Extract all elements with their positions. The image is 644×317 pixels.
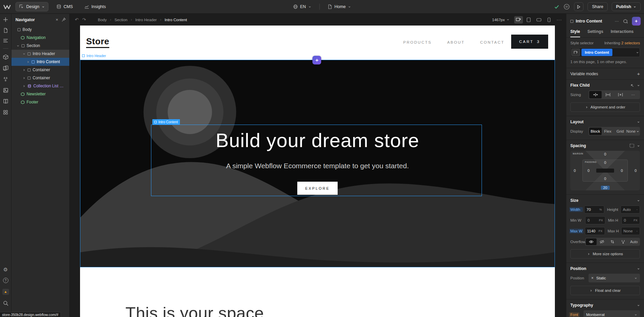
tab-settings[interactable]: Settings bbox=[588, 28, 603, 37]
tree-item-newsletter[interactable]: Newsletter bbox=[11, 90, 69, 98]
padding-bottom-value[interactable]: 0 bbox=[604, 177, 606, 181]
design-mode-button[interactable]: Design bbox=[15, 2, 48, 11]
more-size-options-expander[interactable]: More size options bbox=[570, 249, 640, 259]
tree-item-navigation[interactable]: Navigation bbox=[11, 34, 69, 42]
intro-content-label[interactable]: Intro Content bbox=[152, 119, 180, 125]
comments-icon[interactable] bbox=[563, 3, 570, 10]
search-icon[interactable] bbox=[3, 301, 8, 306]
hero-subtitle[interactable]: A simple Webflow Ecommerce template to g… bbox=[80, 162, 555, 170]
font-dropdown[interactable]: Montserrat bbox=[583, 310, 640, 317]
apps-grid-icon[interactable] bbox=[3, 110, 8, 115]
alignment-and-order-expander[interactable]: Alignment and order bbox=[570, 102, 640, 112]
sizing-more-icon[interactable]: ··· bbox=[627, 91, 639, 98]
style-selector-input[interactable]: Intro Content bbox=[570, 48, 640, 57]
tree-item-section[interactable]: Section bbox=[11, 42, 69, 50]
collapse-section-icon[interactable] bbox=[637, 267, 640, 270]
chevron-right-icon[interactable] bbox=[22, 85, 26, 88]
class-pill[interactable]: Intro Content bbox=[581, 49, 612, 56]
min-width-input[interactable] bbox=[588, 218, 598, 222]
navigator-panel-icon[interactable] bbox=[3, 39, 8, 43]
sizing-shrink-icon[interactable] bbox=[589, 91, 602, 98]
pin-panel-icon[interactable] bbox=[62, 17, 66, 22]
select-parent-icon[interactable] bbox=[630, 83, 634, 88]
overflow-scroll-crop-icon[interactable] bbox=[607, 238, 618, 245]
clear-icon[interactable]: × bbox=[591, 276, 594, 280]
canvas-more-icon[interactable]: ··· bbox=[557, 17, 562, 22]
insights-button[interactable]: Insights bbox=[81, 2, 109, 11]
cart-button[interactable]: CART 3 bbox=[511, 35, 548, 49]
undo-icon[interactable]: ↶ bbox=[74, 17, 80, 22]
inheriting-note[interactable]: Inheriting 2 selectors bbox=[604, 41, 640, 45]
sizing-grow-icon[interactable] bbox=[602, 91, 614, 98]
breadcrumb-body[interactable]: Body bbox=[96, 18, 109, 22]
share-button[interactable]: Share bbox=[588, 2, 607, 11]
breadcrumb-intro-content[interactable]: Intro Content bbox=[163, 18, 189, 22]
display-grid-option[interactable]: Grid bbox=[614, 128, 627, 135]
margin-bottom-value[interactable]: 20 bbox=[601, 186, 609, 190]
margin-right-value[interactable]: 0 bbox=[635, 169, 637, 173]
width-field[interactable]: % bbox=[584, 206, 604, 214]
padding-top-value[interactable]: 0 bbox=[583, 161, 628, 165]
overflow-visible-eye-icon[interactable] bbox=[586, 238, 597, 245]
spacing-options-icon[interactable] bbox=[630, 144, 634, 148]
page-switcher[interactable]: Home bbox=[325, 2, 354, 11]
breakpoint-phone-portrait-icon[interactable] bbox=[544, 16, 553, 24]
width-input[interactable] bbox=[586, 208, 598, 212]
overflow-auto-option[interactable]: Auto bbox=[629, 238, 639, 245]
breakpoint-tablet-icon[interactable] bbox=[524, 16, 533, 24]
nav-link-products[interactable]: PRODUCTS bbox=[403, 40, 432, 44]
sizing-none-icon[interactable] bbox=[614, 91, 627, 98]
collapse-section-icon[interactable] bbox=[637, 199, 640, 202]
float-and-clear-expander[interactable]: Float and clear bbox=[570, 286, 640, 295]
display-none-option[interactable]: None bbox=[626, 128, 639, 135]
tree-item-body[interactable]: Body bbox=[11, 26, 69, 34]
collapse-section-icon[interactable] bbox=[637, 121, 640, 124]
site-logo[interactable]: Store bbox=[86, 36, 109, 48]
position-dropdown[interactable]: × Static bbox=[589, 274, 640, 282]
breadcrumb-section[interactable]: Section bbox=[113, 18, 129, 22]
style-assets-icon[interactable] bbox=[3, 65, 8, 71]
breadcrumb-intro-header[interactable]: Intro Header bbox=[133, 18, 159, 22]
next-section-title[interactable]: This is your space bbox=[125, 304, 264, 317]
breakpoint-desktop-icon[interactable] bbox=[514, 16, 523, 24]
collapse-section-icon[interactable] bbox=[637, 304, 640, 307]
ai-assistant-panel-button[interactable] bbox=[632, 17, 641, 26]
overflow-scroll-icon[interactable] bbox=[618, 238, 629, 245]
height-field[interactable]: Auto - bbox=[620, 206, 640, 214]
chevron-down-icon[interactable] bbox=[636, 51, 639, 54]
display-flex-option[interactable]: Flex bbox=[602, 128, 614, 135]
max-height-field[interactable]: None - bbox=[621, 227, 640, 235]
max-width-input[interactable] bbox=[587, 229, 597, 233]
collapse-section-icon[interactable] bbox=[637, 84, 640, 87]
locale-switcher[interactable]: EN bbox=[290, 2, 314, 11]
nav-link-contact[interactable]: CONTACT bbox=[480, 40, 504, 44]
nav-link-about[interactable]: ABOUT bbox=[447, 40, 465, 44]
margin-top-value[interactable]: 0 bbox=[570, 152, 640, 156]
min-height-field[interactable]: PX bbox=[621, 216, 640, 224]
chevron-down-icon[interactable] bbox=[16, 44, 20, 47]
variables-icon[interactable] bbox=[3, 77, 8, 82]
ai-assistant-button[interactable] bbox=[312, 56, 321, 64]
display-block-option[interactable]: Block bbox=[589, 128, 602, 135]
intro-header-section[interactable]: Intro Content Build your dream store A s… bbox=[80, 60, 555, 267]
components-icon[interactable] bbox=[3, 54, 8, 60]
tree-item-intro-content[interactable]: Intro Content bbox=[11, 58, 69, 66]
cms-button[interactable]: CMS bbox=[53, 2, 76, 11]
breakpoint-indicator-icon[interactable] bbox=[571, 49, 580, 56]
element-more-icon[interactable]: ··· bbox=[615, 19, 619, 24]
explore-button[interactable]: EXPLORE bbox=[297, 182, 338, 195]
chevron-right-icon[interactable] bbox=[26, 60, 30, 63]
preview-button[interactable] bbox=[574, 2, 583, 11]
tab-interactions[interactable]: Interactions bbox=[611, 28, 634, 37]
audit-warning-icon[interactable]: ▲ bbox=[2, 289, 9, 295]
breakpoint-phone-landscape-icon[interactable] bbox=[534, 16, 543, 24]
padding-left-value[interactable]: 0 bbox=[588, 169, 590, 173]
add-elements-icon[interactable] bbox=[3, 17, 8, 22]
canvas-width-control[interactable]: 1467px bbox=[492, 18, 509, 22]
overflow-hidden-eye-slash-icon[interactable] bbox=[597, 238, 607, 245]
help-icon[interactable]: ? bbox=[3, 278, 8, 283]
chevron-right-icon[interactable] bbox=[22, 77, 26, 80]
min-height-input[interactable] bbox=[624, 218, 632, 222]
create-component-icon[interactable] bbox=[623, 19, 628, 24]
tab-style[interactable]: Style bbox=[570, 28, 580, 37]
